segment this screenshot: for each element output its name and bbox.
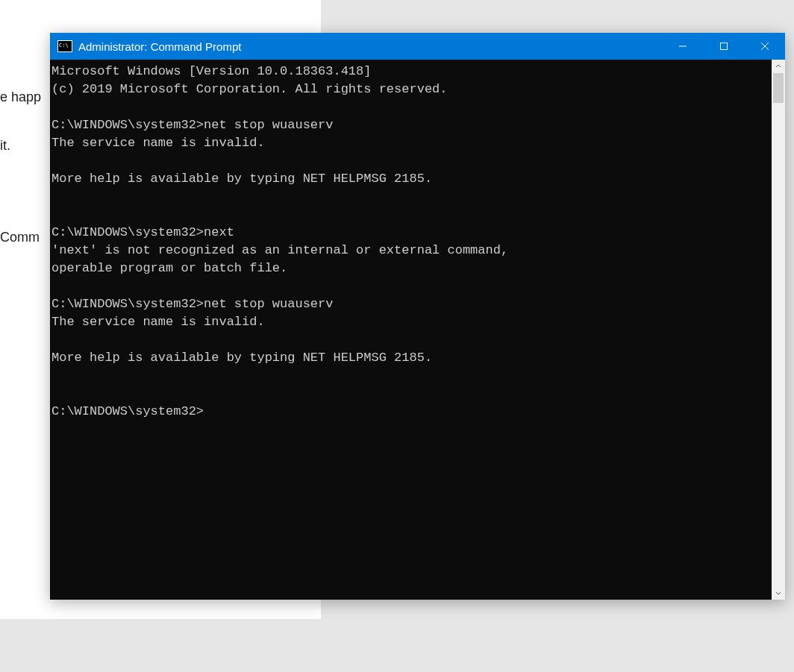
background-text-fragment: Comm — [0, 230, 40, 245]
banner-line: (c) 2019 Microsoft Corporation. All righ… — [51, 82, 448, 96]
scroll-up-arrow-icon[interactable] — [772, 60, 785, 73]
vertical-scrollbar[interactable] — [772, 60, 785, 600]
prompt: C:\WINDOWS\system32> — [51, 118, 204, 132]
close-button[interactable] — [744, 33, 785, 60]
output-text: 'next' is not recognized as an internal … — [51, 243, 508, 275]
prompt: C:\WINDOWS\system32> — [51, 225, 204, 239]
svg-rect-1 — [720, 43, 727, 50]
output-text: The service name is invalid. More help i… — [51, 136, 432, 186]
output-text: The service name is invalid. More help i… — [51, 315, 432, 365]
scroll-down-arrow-icon[interactable] — [772, 586, 785, 600]
cmd-icon — [57, 40, 72, 52]
maximize-button[interactable] — [703, 33, 744, 60]
window-titlebar[interactable]: Administrator: Command Prompt — [50, 33, 785, 60]
command-prompt-window: Administrator: Command Prompt Microsoft … — [50, 33, 785, 600]
terminal-output[interactable]: Microsoft Windows [Version 10.0.18363.41… — [50, 60, 772, 600]
banner-line: Microsoft Windows [Version 10.0.18363.41… — [51, 64, 371, 78]
command-text: next — [204, 225, 234, 239]
command-text: net stop wuauserv — [204, 297, 333, 311]
scroll-thumb[interactable] — [773, 73, 784, 103]
minimize-button[interactable] — [662, 33, 703, 60]
prompt: C:\WINDOWS\system32> — [51, 297, 204, 311]
command-text: net stop wuauserv — [204, 118, 333, 132]
background-text-fragment: e happ — [0, 90, 41, 105]
terminal-body: Microsoft Windows [Version 10.0.18363.41… — [50, 60, 785, 600]
prompt: C:\WINDOWS\system32> — [51, 404, 204, 418]
window-title: Administrator: Command Prompt — [78, 40, 241, 53]
background-text-fragment: it. — [0, 138, 10, 154]
